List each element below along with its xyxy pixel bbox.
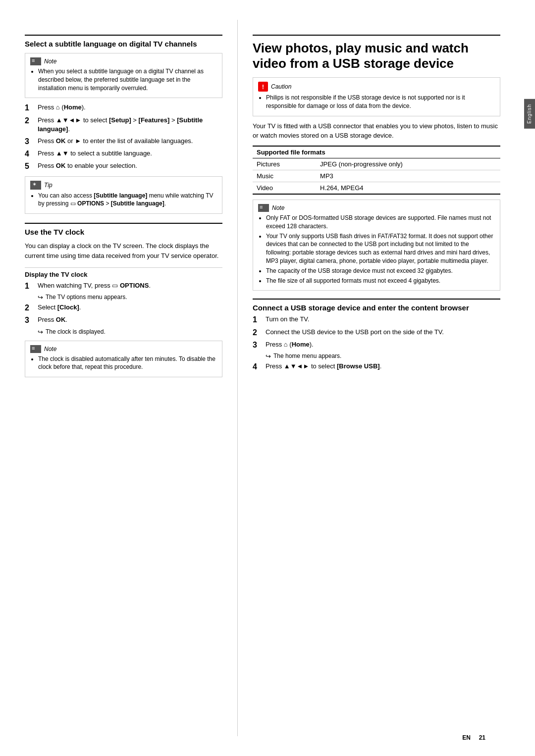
- format-value-1: JPEG (non-progressive only): [316, 158, 500, 170]
- clock-note-header: Note: [30, 345, 217, 353]
- main-body-text: Your TV is fitted with a USB connector t…: [253, 121, 500, 141]
- formats-note-label: Note: [272, 204, 284, 211]
- clock-steps-list-2: 2 Select [Clock]. 3 Press OK.: [25, 303, 222, 325]
- clock-step-2: 2 Select [Clock].: [25, 303, 222, 312]
- subtitle-section-title: Select a subtitle language on digital TV…: [25, 35, 222, 48]
- language-tab: English: [524, 99, 535, 129]
- right-column: View photos, play music and watch video …: [238, 20, 525, 736]
- main-section-title: View photos, play music and watch video …: [253, 35, 500, 71]
- lang-text: EN: [462, 734, 471, 741]
- language-tab-text: English: [527, 104, 532, 124]
- display-clock-subtitle: Display the TV clock: [25, 267, 222, 278]
- caution-header: ! Caution: [258, 82, 495, 92]
- tv-clock-section: Use the TV clock You can display a clock…: [25, 223, 222, 377]
- clock-note-box: Note The clock is disabled automatically…: [25, 341, 222, 378]
- step-5: 5 Press OK to enable your selection.: [25, 161, 222, 171]
- page: English Select a subtitle language on di…: [0, 0, 535, 756]
- clock-steps-list: 1 When watching TV, press ▭ OPTIONS.: [25, 281, 222, 291]
- clock-step-1-result: ↪ The TV options menu appears.: [38, 294, 222, 301]
- formats-note-header: Note: [258, 204, 495, 212]
- formats-note-list: Only FAT or DOS-formatted USB storage de…: [258, 214, 495, 285]
- connect-usb-title: Connect a USB storage device and enter t…: [253, 299, 500, 312]
- formats-note-icon: [258, 204, 269, 212]
- clock-steps: 1 When watching TV, press ▭ OPTIONS. ↪ T…: [25, 281, 222, 336]
- connect-steps-list: 1 Turn on the TV. 2 Connect the USB devi…: [253, 315, 500, 350]
- tip-label: Tip: [44, 182, 53, 189]
- note-list: When you select a subtitle language on a…: [30, 67, 217, 92]
- connect-steps-list-2: 4 Press ▲▼◄► to select [Browse USB].: [253, 362, 500, 371]
- table-row: Pictures JPEG (non-progressive only): [253, 158, 500, 170]
- format-value-3: H.264, MPEG4: [316, 182, 500, 194]
- clock-note-item: The clock is disabled automatically afte…: [38, 355, 217, 372]
- clock-step-3-result: ↪ The clock is displayed.: [38, 328, 222, 336]
- subtitle-steps: 1 Press ⌂ (Home). 2 Press ▲▼◄► to select…: [25, 103, 222, 171]
- format-type-2: Music: [253, 170, 316, 182]
- tv-clock-title: Use the TV clock: [25, 223, 222, 236]
- step-3: 3 Press OK or ► to enter the list of ava…: [25, 137, 222, 146]
- connect-step-1: 1 Turn on the TV.: [253, 315, 500, 324]
- formats-note-item-1: Only FAT or DOS-formatted USB storage de…: [266, 214, 495, 231]
- format-type-1: Pictures: [253, 158, 316, 170]
- subtitle-section: Select a subtitle language on digital TV…: [25, 35, 222, 214]
- connect-step-3-result: ↪ The home menu appears.: [266, 353, 500, 360]
- format-value-2: MP3: [316, 170, 500, 182]
- connect-step-3: 3 Press ⌂ (Home).: [253, 340, 500, 350]
- table-header-row: Supported file formats: [253, 146, 500, 158]
- caution-box: ! Caution Philips is not responsible if …: [253, 77, 500, 116]
- table-header: Supported file formats: [253, 146, 500, 158]
- note-header: Note: [30, 57, 217, 65]
- connect-step-2: 2 Connect the USB device to the USB port…: [253, 328, 500, 337]
- page-number: 21: [479, 734, 485, 741]
- formats-note-item-3: The capacity of the USB storage device m…: [266, 267, 495, 275]
- format-type-3: Video: [253, 182, 316, 194]
- tip-item: You can also access [Subtitle language] …: [38, 192, 217, 208]
- caution-item: Philips is not responsible if the USB st…: [266, 94, 495, 110]
- subtitle-note-box: Note When you select a subtitle language…: [25, 53, 222, 98]
- tip-header: Tip: [30, 181, 217, 190]
- clock-note-label: Note: [44, 346, 56, 353]
- clock-note-list: The clock is disabled automatically afte…: [30, 355, 217, 372]
- supported-formats-table: Supported file formats Pictures JPEG (no…: [253, 146, 500, 195]
- table-row: Video H.264, MPEG4: [253, 182, 500, 194]
- step-2: 2 Press ▲▼◄► to select [Setup] > [Featur…: [25, 116, 222, 134]
- clock-step-1: 1 When watching TV, press ▭ OPTIONS.: [25, 281, 222, 291]
- note-icon: [30, 57, 41, 65]
- caution-list: Philips is not responsible if the USB st…: [258, 94, 495, 110]
- connect-steps: 1 Turn on the TV. 2 Connect the USB devi…: [253, 315, 500, 371]
- steps-list: 1 Press ⌂ (Home). 2 Press ▲▼◄► to select…: [25, 103, 222, 171]
- formats-note-item-2: Your TV only supports USB flash drives i…: [266, 232, 495, 265]
- tip-list: You can also access [Subtitle language] …: [30, 192, 217, 208]
- clock-note-icon: [30, 345, 41, 353]
- tip-icon: [30, 181, 41, 190]
- table-body: Pictures JPEG (non-progressive only) Mus…: [253, 158, 500, 194]
- lang-label: EN 21: [462, 734, 485, 741]
- note-item: When you select a subtitle language on a…: [38, 67, 217, 92]
- note-label: Note: [44, 58, 56, 65]
- tip-box: Tip You can also access [Subtitle langua…: [25, 176, 222, 214]
- left-column: Select a subtitle language on digital TV…: [0, 20, 238, 736]
- connect-usb-section: Connect a USB storage device and enter t…: [253, 299, 500, 371]
- formats-note-item-4: The file size of all supported formats m…: [266, 277, 495, 285]
- formats-note-box: Note Only FAT or DOS-formatted USB stora…: [253, 200, 500, 291]
- caution-label: Caution: [271, 83, 291, 90]
- table-title: Supported file formats: [253, 146, 500, 158]
- table-row: Music MP3: [253, 170, 500, 182]
- tv-clock-body: You can display a clock on the TV screen…: [25, 241, 222, 260]
- connect-step-4: 4 Press ▲▼◄► to select [Browse USB].: [253, 362, 500, 371]
- step-1: 1 Press ⌂ (Home).: [25, 103, 222, 112]
- step-4: 4 Press ▲▼ to select a subtitle language…: [25, 149, 222, 158]
- caution-icon: !: [258, 82, 268, 92]
- clock-step-3: 3 Press OK.: [25, 315, 222, 325]
